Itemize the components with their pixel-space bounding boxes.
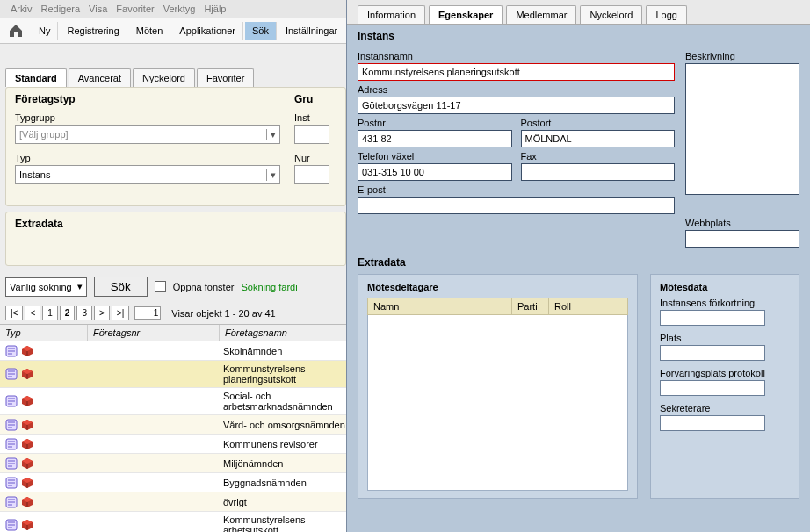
webb-input[interactable] (685, 230, 799, 248)
tab-logg[interactable]: Logg (646, 5, 686, 24)
typgrupp-dropdown[interactable]: [Välj grupp] ▾ (15, 125, 280, 144)
tab-nyckelord[interactable]: Nyckelord (133, 68, 195, 87)
col-typ[interactable]: Typ (0, 325, 88, 341)
search-mode-dropdown[interactable]: Vanlig sökning ▾ (5, 277, 87, 297)
instansnamn-label: Instansnamn (358, 51, 675, 61)
tb-applikationer[interactable]: Applikationer (172, 22, 243, 40)
forkortning-input[interactable] (660, 310, 765, 326)
cube-icon (21, 519, 33, 531)
table-row[interactable]: Skolnämnden (0, 341, 351, 361)
members-body[interactable] (367, 315, 628, 491)
menu-redigera[interactable]: Redigera (40, 4, 80, 14)
table-row[interactable]: Kommunstyrelsens planeringsutskott (0, 361, 351, 388)
typgrupp-label: Typgrupp (15, 112, 280, 123)
row-name: Skolnämnden (220, 343, 351, 359)
pager-last[interactable]: >| (112, 306, 129, 320)
cube-icon (21, 419, 33, 431)
tab-information[interactable]: Information (358, 5, 425, 24)
plats-label: Plats (660, 333, 790, 343)
tb-registrering[interactable]: Registrering (60, 22, 127, 40)
row-name: Kommunens revisorer (220, 436, 351, 452)
cube-icon (21, 368, 33, 380)
inst-label: Inst (294, 112, 336, 123)
note-icon (5, 345, 18, 357)
typ-dropdown[interactable]: Instans ▾ (15, 165, 280, 184)
pager-prev[interactable]: < (25, 306, 40, 320)
gru-label: Gru (294, 93, 336, 105)
tab-avancerat[interactable]: Avancerat (69, 68, 131, 87)
tb-moten[interactable]: Möten (129, 22, 171, 40)
pager-first[interactable]: |< (5, 306, 23, 320)
col-foretagsnr[interactable]: Företagsnr (88, 325, 220, 341)
pager-3[interactable]: 3 (76, 306, 92, 320)
search-window: Arkiv Redigera Visa Favoriter Verktyg Hj… (0, 0, 351, 532)
instansnamn-input[interactable]: Kommunstyrelsens planeringsutskott (358, 63, 675, 81)
row-name: Kommunstyrelsens planeringsutskott (220, 361, 351, 387)
note-icon (5, 419, 18, 431)
tb-sok[interactable]: Sök (245, 22, 277, 40)
epost-input[interactable] (358, 197, 675, 214)
extradata-section: Mötesdeltagare Namn Parti Roll Mötesdata… (358, 274, 799, 499)
pager-1[interactable]: 1 (42, 306, 58, 320)
table-row[interactable]: Byggnadsnämnden (0, 473, 351, 492)
col-parti[interactable]: Parti (511, 298, 548, 314)
row-name: övrigt (220, 494, 351, 510)
tab-egenskaper[interactable]: Egenskaper (429, 5, 503, 24)
menu-hjalp[interactable]: Hjälp (204, 4, 226, 14)
table-row[interactable]: övrigt (0, 492, 351, 512)
cube-icon (21, 395, 33, 407)
pager-text: Visar objekt 1 - 20 av 41 (171, 308, 275, 319)
table-row[interactable]: Vård- och omsorgsnämnden (0, 415, 351, 435)
search-panel: Företagstyp Typgrupp [Välj grupp] ▾ Typ … (5, 87, 346, 206)
tab-nyckelord[interactable]: Nyckelord (580, 5, 642, 24)
pager-2[interactable]: 2 (60, 306, 76, 320)
motesdeltagare-panel: Mötesdeltagare Namn Parti Roll (358, 274, 638, 499)
table-row[interactable]: Kommunstyrelsens arbetsutskott (0, 512, 351, 532)
cube-icon (21, 496, 33, 508)
cube-icon (21, 457, 33, 470)
motesdata-panel: Mötesdata Instansens förkortning Plats F… (650, 274, 799, 499)
menu-verktyg[interactable]: Verktyg (163, 4, 196, 14)
inst-input[interactable] (294, 125, 329, 144)
chevron-down-icon: ▾ (266, 169, 276, 181)
open-windows-checkbox[interactable] (155, 281, 166, 292)
beskrivning-label: Beskrivning (685, 51, 799, 61)
postort-input[interactable]: MÖLNDAL (521, 130, 676, 147)
table-row[interactable]: Social- och arbetsmarknadsnämnden (0, 388, 351, 415)
postort-label: Postort (521, 118, 676, 128)
instans-title: Instans (358, 30, 799, 42)
menu-visa[interactable]: Visa (89, 4, 107, 14)
cube-icon (21, 345, 33, 357)
grid-header: Typ Företagsnr Företagsnamn (0, 324, 351, 341)
note-icon (5, 368, 18, 380)
tab-standard[interactable]: Standard (5, 68, 67, 87)
search-button[interactable]: Sök (94, 277, 148, 297)
tab-medlemmar[interactable]: Medlemmar (506, 5, 576, 24)
chevron-down-icon: ▾ (266, 129, 276, 140)
fax-input[interactable] (521, 163, 676, 181)
forvaring-input[interactable] (660, 380, 765, 396)
num-input[interactable] (294, 165, 329, 184)
tab-favoriter[interactable]: Favoriter (197, 68, 254, 87)
table-row[interactable]: Kommunens revisorer (0, 435, 351, 454)
table-row[interactable]: Miljönämnden (0, 454, 351, 473)
beskrivning-input[interactable] (685, 63, 799, 195)
menu-favoriter[interactable]: Favoriter (116, 4, 154, 14)
instans-section: Instans Instansnamn Kommunstyrelsens pla… (358, 30, 799, 248)
plats-input[interactable] (660, 345, 765, 361)
pager-input[interactable] (134, 306, 161, 320)
home-icon[interactable] (7, 22, 25, 40)
tb-ny[interactable]: Ny (32, 22, 58, 40)
tel-input[interactable]: 031-315 10 00 (358, 163, 512, 181)
col-foretagsnamn[interactable]: Företagsnamn (220, 325, 351, 341)
col-namn[interactable]: Namn (368, 298, 511, 314)
fax-label: Fax (521, 151, 676, 162)
menu-arkiv[interactable]: Arkiv (11, 4, 32, 14)
tb-installningar[interactable]: Inställningar (278, 22, 344, 40)
motesdeltagare-title: Mötesdeltagare (367, 282, 628, 292)
pager-next[interactable]: > (94, 306, 110, 320)
sekreterare-input[interactable] (660, 415, 765, 431)
adress-input[interactable]: Göteborgsvägen 11-17 (358, 97, 675, 114)
postnr-input[interactable]: 431 82 (358, 130, 512, 147)
col-roll[interactable]: Roll (548, 298, 627, 314)
